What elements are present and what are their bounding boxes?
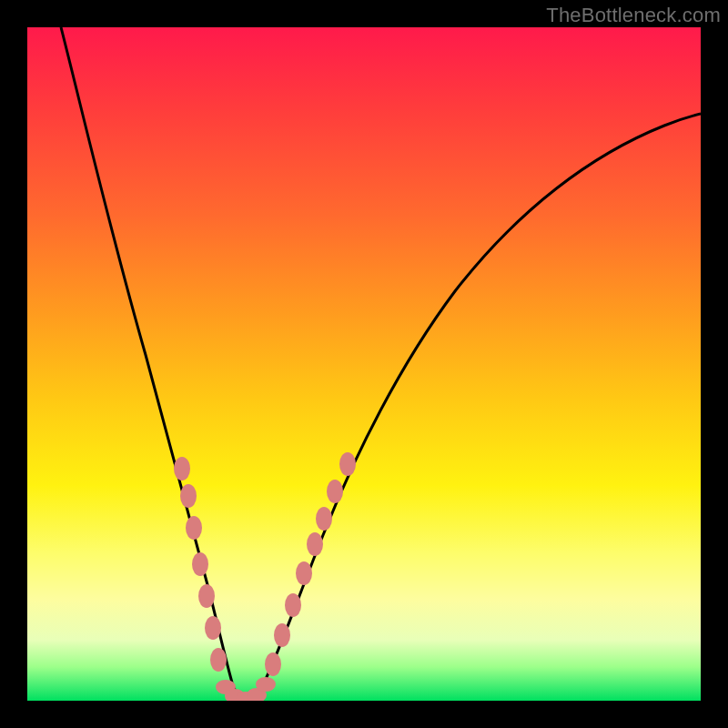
curve-marker: [327, 480, 343, 503]
curve-marker: [180, 484, 197, 508]
bottleneck-curve-svg: [27, 27, 701, 701]
markers-bottom-group: [216, 677, 276, 701]
curve-marker: [265, 652, 281, 676]
curve-marker: [174, 457, 190, 480]
curve-marker: [285, 593, 301, 617]
watermark-text: TheBottleneck.com: [546, 4, 721, 27]
curve-marker: [192, 552, 208, 576]
curve-marker: [198, 584, 215, 608]
curve-marker: [296, 561, 312, 585]
curve-marker: [274, 623, 290, 647]
curve-marker: [205, 616, 221, 640]
curve-marker: [210, 648, 227, 672]
plot-area: [27, 27, 701, 701]
markers-left-group: [174, 457, 227, 672]
curve-marker: [339, 452, 356, 476]
curve-marker: [307, 532, 323, 556]
chart-frame: TheBottleneck.com: [0, 0, 728, 728]
bottleneck-curve-path: [61, 27, 701, 699]
curve-marker: [316, 507, 332, 531]
curve-marker: [186, 516, 202, 540]
curve-marker: [256, 677, 276, 692]
